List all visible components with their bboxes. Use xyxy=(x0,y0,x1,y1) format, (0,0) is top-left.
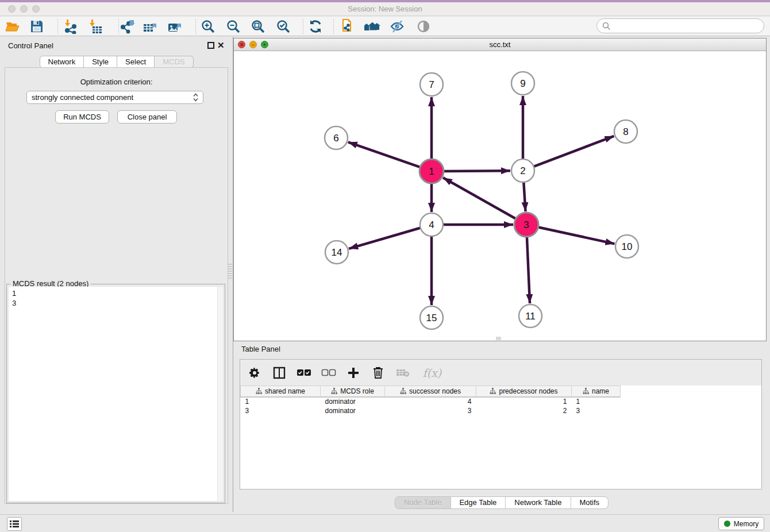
zoom-selected-icon[interactable] xyxy=(275,18,291,34)
table-panel-tabs: Node TableEdge TableNetwork TableMotifs xyxy=(395,496,609,509)
network-canvas[interactable]: 7968124314101511 xyxy=(234,51,766,341)
search-input[interactable] xyxy=(611,22,754,30)
column-header-successor-nodes[interactable]: successor nodes xyxy=(385,386,476,397)
svg-text:10: 10 xyxy=(622,241,633,252)
export-network-icon[interactable] xyxy=(120,18,136,34)
export-image-icon[interactable] xyxy=(167,18,183,34)
svg-text:8: 8 xyxy=(623,126,628,137)
deselect-all-columns-icon[interactable] xyxy=(321,365,336,380)
tab-mcds[interactable]: MCDS xyxy=(155,56,193,68)
float-panel-icon[interactable] xyxy=(207,42,214,49)
svg-text:1: 1 xyxy=(429,166,434,177)
node-8[interactable]: 8 xyxy=(614,120,637,143)
task-history-button[interactable] xyxy=(7,517,22,531)
table-cell[interactable]: 3 xyxy=(572,406,621,415)
node-table[interactable]: shared nameMCDS rolesuccessor nodesprede… xyxy=(240,385,761,489)
column-layout-icon[interactable] xyxy=(272,365,287,380)
hide-graphics-details-icon[interactable] xyxy=(389,18,405,34)
table-cell[interactable]: dominator xyxy=(321,406,385,415)
tab-select[interactable]: Select xyxy=(117,56,155,68)
dropdown-value: strongly connected component xyxy=(32,93,193,102)
edge-4-14[interactable] xyxy=(349,228,422,249)
node-9[interactable]: 9 xyxy=(511,72,534,95)
edge-1-6[interactable] xyxy=(348,142,421,167)
tab-network-table[interactable]: Network Table xyxy=(506,496,571,509)
zoom-out-icon[interactable] xyxy=(225,18,241,34)
status-bar: Memory xyxy=(0,514,770,532)
splitter-handle[interactable] xyxy=(228,264,232,279)
table-cell[interactable]: 3 xyxy=(385,406,476,415)
table-settings-icon[interactable] xyxy=(247,365,262,380)
search-field[interactable] xyxy=(596,18,764,33)
node-2[interactable]: 2 xyxy=(511,159,534,182)
save-session-icon[interactable] xyxy=(29,18,45,34)
table-row[interactable]: 1dominator411 xyxy=(241,397,621,406)
node-11[interactable]: 11 xyxy=(519,304,542,327)
open-session-icon[interactable] xyxy=(5,18,21,34)
list-icon xyxy=(10,520,19,528)
mcds-result-group: MCDS result (2 nodes) 13 xyxy=(6,284,225,503)
import-table-icon[interactable] xyxy=(87,18,103,34)
optimization-criterion-dropdown[interactable]: strongly connected component xyxy=(26,91,203,104)
edge-2-3[interactable] xyxy=(523,181,525,211)
table-cell[interactable]: dominator xyxy=(321,397,385,406)
tab-style[interactable]: Style xyxy=(84,56,117,68)
node-4[interactable]: 4 xyxy=(420,213,443,236)
column-header-shared-name[interactable]: shared name xyxy=(241,386,321,397)
svg-text:4: 4 xyxy=(429,219,434,230)
tab-network[interactable]: Network xyxy=(39,56,84,68)
zoom-in-icon[interactable] xyxy=(200,18,216,34)
run-mcds-button[interactable]: Run MCDS xyxy=(55,110,109,124)
memory-status-icon xyxy=(724,521,730,527)
edge-3-11[interactable] xyxy=(527,236,530,303)
tab-motifs[interactable]: Motifs xyxy=(571,496,609,509)
first-neighbors-icon[interactable] xyxy=(364,18,380,34)
add-column-icon[interactable] xyxy=(346,365,361,380)
memory-button[interactable]: Memory xyxy=(718,517,764,530)
close-panel-icon[interactable]: ✕ xyxy=(217,40,225,51)
mcds-result-textarea[interactable]: 13 xyxy=(9,287,223,501)
canvas-scroll-nub[interactable] xyxy=(496,337,501,340)
tab-node-table[interactable]: Node Table xyxy=(395,496,451,509)
table-cell[interactable]: 1 xyxy=(476,397,572,406)
table-cell[interactable]: 1 xyxy=(241,397,321,406)
node-6[interactable]: 6 xyxy=(325,126,348,149)
table-cell[interactable]: 4 xyxy=(385,397,476,406)
node-10[interactable]: 10 xyxy=(615,235,638,258)
node-3[interactable]: 3 xyxy=(514,213,538,237)
import-network-icon[interactable] xyxy=(62,18,78,34)
table-cell[interactable]: 2 xyxy=(476,406,572,415)
toolbar-separator xyxy=(333,19,334,34)
close-panel-button[interactable]: Close panel xyxy=(117,110,177,124)
edge-3-1[interactable] xyxy=(443,178,517,219)
control-panel-title: Control Panel xyxy=(8,41,53,50)
toggle-visibility-icon[interactable] xyxy=(415,18,432,34)
delete-column-icon[interactable] xyxy=(371,365,386,380)
column-header-mcds-role[interactable]: MCDS role xyxy=(321,386,385,397)
result-scrollbar[interactable] xyxy=(217,287,223,501)
column-header-predecessor-nodes[interactable]: predecessor nodes xyxy=(476,386,572,397)
edge-2-8[interactable] xyxy=(533,136,614,167)
select-all-columns-icon[interactable] xyxy=(297,365,311,380)
zoom-fit-icon[interactable] xyxy=(250,18,266,34)
table-row[interactable]: 3dominator323 xyxy=(241,406,621,415)
table-cell[interactable]: 1 xyxy=(572,397,621,406)
node-14[interactable]: 14 xyxy=(325,241,348,264)
column-header-name[interactable]: name xyxy=(572,386,621,397)
network-window-titlebar[interactable]: ✕ − + scc.txt xyxy=(234,38,766,51)
node-1[interactable]: 1 xyxy=(419,159,444,183)
node-7[interactable]: 7 xyxy=(420,73,443,96)
clone-network-icon[interactable] xyxy=(340,18,356,34)
tab-edge-table[interactable]: Edge Table xyxy=(451,496,506,509)
refresh-icon[interactable] xyxy=(307,18,324,34)
table-cell[interactable]: 3 xyxy=(241,406,321,415)
export-table-icon[interactable] xyxy=(143,18,159,34)
edge-1-2[interactable] xyxy=(442,171,510,171)
fx-label: f(x) xyxy=(423,367,442,379)
svg-text:14: 14 xyxy=(332,247,342,258)
toolbar-separator xyxy=(303,19,303,34)
toolbar-separator xyxy=(118,19,119,34)
table-panel-title: Table Panel xyxy=(241,345,280,353)
edge-3-10[interactable] xyxy=(537,227,615,244)
node-15[interactable]: 15 xyxy=(420,306,443,329)
